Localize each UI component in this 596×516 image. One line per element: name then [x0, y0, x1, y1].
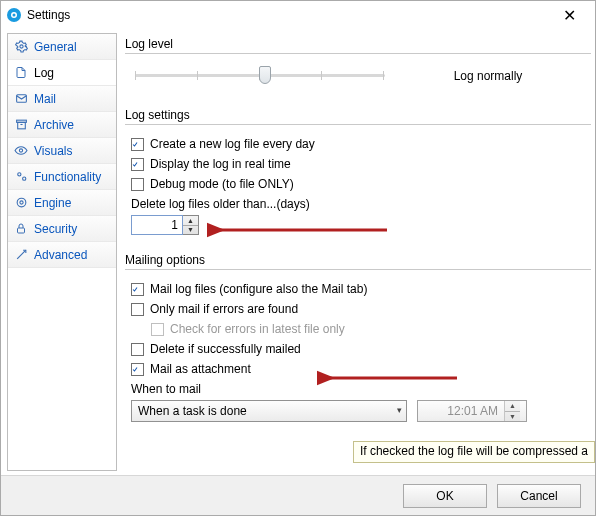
sidebar-item-functionality[interactable]: Functionality — [8, 164, 116, 190]
sidebar-item-engine[interactable]: Engine — [8, 190, 116, 216]
input-delete-days[interactable] — [131, 215, 183, 235]
archive-icon — [14, 118, 28, 132]
sidebar-item-advanced[interactable]: Advanced — [8, 242, 116, 268]
label-delete-if-mailed: Delete if successfully mailed — [150, 342, 301, 356]
app-icon — [7, 8, 21, 22]
sidebar-item-security[interactable]: Security — [8, 216, 116, 242]
svg-point-1 — [13, 14, 16, 17]
svg-point-8 — [17, 173, 20, 176]
sidebar-item-label: Archive — [34, 118, 74, 132]
time-picker[interactable]: 12:01 AM ▲ ▼ — [417, 400, 527, 422]
svg-point-2 — [19, 45, 22, 48]
svg-point-9 — [22, 177, 25, 180]
ok-button[interactable]: OK — [403, 484, 487, 508]
svg-rect-5 — [17, 122, 25, 128]
checkbox-mail-log[interactable] — [131, 283, 144, 296]
spinner-up[interactable]: ▲ — [505, 401, 520, 412]
sidebar-item-archive[interactable]: Archive — [8, 112, 116, 138]
sidebar-item-label: Visuals — [34, 144, 72, 158]
spinner-delete-days[interactable]: ▲ ▼ — [183, 215, 199, 235]
sidebar-item-label: Security — [34, 222, 77, 236]
sidebar: General Log Mail Archive Visuals Functio… — [7, 33, 117, 471]
sidebar-item-log[interactable]: Log — [8, 60, 116, 86]
sidebar-item-label: Log — [34, 66, 54, 80]
spinner-down[interactable]: ▼ — [183, 226, 198, 235]
dialog-footer: OK Cancel — [1, 475, 595, 515]
sidebar-item-general[interactable]: General — [8, 34, 116, 60]
wand-icon — [14, 248, 28, 262]
label-realtime-log: Display the log in real time — [150, 157, 291, 171]
label-create-new-log: Create a new log file every day — [150, 137, 315, 151]
sidebar-item-label: Functionality — [34, 170, 101, 184]
settings-window: Settings ✕ General Log Mail Archive — [0, 0, 596, 516]
document-icon — [14, 66, 28, 80]
checkbox-realtime-log[interactable] — [131, 158, 144, 171]
chevron-down-icon: ▾ — [397, 405, 402, 415]
sidebar-item-label: Mail — [34, 92, 56, 106]
svg-point-7 — [19, 149, 22, 152]
spinner-up[interactable]: ▲ — [183, 216, 198, 226]
time-value: 12:01 AM — [424, 404, 498, 418]
cogs-icon — [14, 170, 28, 184]
eye-icon — [14, 144, 28, 158]
svg-point-10 — [17, 198, 26, 207]
group-mailing: Mailing options — [125, 253, 595, 267]
sidebar-item-label: General — [34, 40, 77, 54]
label-check-latest: Check for errors in latest file only — [170, 322, 345, 336]
sidebar-item-label: Advanced — [34, 248, 87, 262]
label-when-to-mail: When to mail — [131, 382, 591, 396]
mail-icon — [14, 92, 28, 106]
engine-icon — [14, 196, 28, 210]
slider-thumb[interactable] — [259, 66, 271, 84]
label-mail-attachment: Mail as attachment — [150, 362, 251, 376]
checkbox-only-errors[interactable] — [131, 303, 144, 316]
sidebar-item-mail[interactable]: Mail — [8, 86, 116, 112]
label-delete-older: Delete log files older than...(days) — [131, 197, 591, 211]
cancel-button[interactable]: Cancel — [497, 484, 581, 508]
svg-point-11 — [19, 201, 22, 204]
checkbox-debug-mode[interactable] — [131, 178, 144, 191]
group-log-level: Log level — [125, 37, 595, 51]
label-debug-mode: Debug mode (to file ONLY) — [150, 177, 294, 191]
label-mail-log: Mail log files (configure also the Mail … — [150, 282, 367, 296]
group-log-settings: Log settings — [125, 108, 595, 122]
window-title: Settings — [27, 8, 70, 22]
checkbox-check-latest — [151, 323, 164, 336]
spinner-down[interactable]: ▼ — [505, 412, 520, 422]
tooltip: If checked the log file will be compress… — [353, 441, 595, 463]
checkbox-delete-if-mailed[interactable] — [131, 343, 144, 356]
log-level-value: Log normally — [395, 69, 581, 83]
checkbox-create-new-log[interactable] — [131, 138, 144, 151]
titlebar: Settings ✕ — [1, 1, 595, 29]
svg-rect-12 — [18, 228, 25, 233]
dropdown-value: When a task is done — [138, 404, 247, 418]
label-only-errors: Only mail if errors are found — [150, 302, 298, 316]
dropdown-when-to-mail[interactable]: When a task is done ▾ — [131, 400, 407, 422]
gear-icon — [14, 40, 28, 54]
sidebar-item-label: Engine — [34, 196, 71, 210]
checkbox-mail-attachment[interactable] — [131, 363, 144, 376]
content-panel: Log level Log normally Log set — [117, 29, 595, 475]
close-button[interactable]: ✕ — [549, 1, 589, 29]
lock-icon — [14, 222, 28, 236]
log-level-slider[interactable] — [135, 62, 385, 90]
sidebar-item-visuals[interactable]: Visuals — [8, 138, 116, 164]
